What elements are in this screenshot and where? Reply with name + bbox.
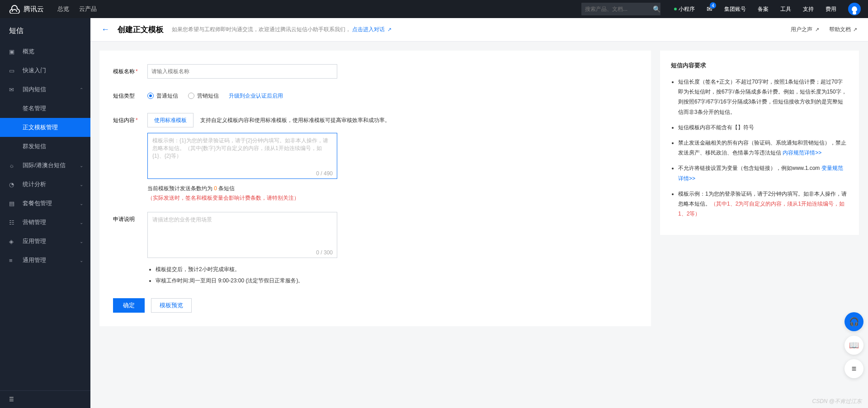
row-template-name: 模板名称* — [113, 64, 637, 79]
support-float-icon[interactable]: 🎧 — [844, 312, 863, 331]
row-apply-desc: 申请说明 0 / 300 模板提交后，预计2小时完成审核。 审核工作时间:周一至… — [113, 212, 637, 288]
chevron-down-icon: ⌄ — [80, 182, 83, 187]
menu-float-icon[interactable]: ≡ — [844, 359, 863, 378]
row-sms-content: 短信内容* 使用标准模板 支持自定义模板内容和使用标准模板，使用标准模板可提高审… — [113, 113, 637, 202]
upgrade-link[interactable]: 升级到企业认证后启用 — [229, 92, 283, 100]
chevron-up-icon: ⌃ — [80, 87, 83, 92]
apply-bullets: 模板提交后，预计2小时完成审核。 审核工作时间:周一至周日 9:00-23:00… — [147, 266, 401, 285]
label-sms-content: 短信内容* — [113, 113, 147, 202]
link-billing[interactable]: 费用 — [826, 5, 836, 13]
sidebar-item-bulk[interactable]: 群发短信 — [0, 137, 90, 156]
apply-textarea[interactable] — [147, 212, 337, 258]
main: ← 创建正文模板 如果您希望与工程师即时沟通交流，欢迎通过腾讯云短信小助手联系我… — [90, 18, 868, 408]
search-box[interactable]: 🔍 — [581, 3, 660, 15]
confirm-button[interactable]: 确定 — [113, 298, 145, 313]
help-docs-link[interactable]: 帮助文档 ↗ — [829, 26, 857, 33]
sidebar-item-label: 概览 — [23, 47, 34, 56]
header-right: 🔍 小程序 ✉ 4 集团账号 备案 工具 支持 费用 — [581, 3, 861, 15]
status-dot-icon — [674, 8, 677, 10]
messages-icon[interactable]: ✉ 4 — [707, 5, 712, 13]
content-notes: 当前模板预计发送条数约为 0 条短信 （实际发送时，签名和模板变量会影响计费条数… — [147, 185, 401, 202]
content-char-count: 0 / 490 — [316, 170, 333, 177]
label-template-name: 模板名称* — [113, 64, 147, 79]
sidebar-item-label: 统计分析 — [23, 180, 46, 188]
content-spec-link[interactable]: 内容规范详情>> — [783, 150, 821, 156]
search-input[interactable] — [585, 6, 653, 12]
sidebar-footer: ☰ — [0, 390, 90, 408]
rule-item: 短信模板内容不能含有【】符号 — [678, 122, 848, 132]
sidebar-item-quickstart[interactable]: ▭快速入门 — [0, 61, 90, 80]
nav-overview[interactable]: 总览 — [57, 5, 69, 13]
avatar[interactable] — [848, 3, 861, 15]
radio-normal-sms[interactable]: 普通短信 — [147, 92, 178, 100]
rule-item: 不允许将链接设置为变量（包含短链接），例如www.1.com 变量规范详情>> — [678, 163, 848, 183]
nav-products[interactable]: 云产品 — [79, 5, 97, 13]
radio-marketing-sms[interactable]: 营销短信 — [188, 92, 219, 100]
bullet-item: 审核工作时间:周一至周日 9:00-23:00 (法定节假日正常服务)。 — [156, 277, 401, 285]
sidebar-item-marketing[interactable]: ☷营销管理⌄ — [0, 213, 90, 232]
sidebar-menu: ▣概览 ▭快速入门 ✉国内短信⌃ 签名管理 正文模板管理 群发短信 ☼国际/港澳… — [0, 42, 90, 390]
account-link[interactable]: 集团账号 — [724, 5, 746, 13]
sidebar-item-apps[interactable]: ◈应用管理⌄ — [0, 232, 90, 251]
chevron-down-icon: ⌄ — [80, 163, 83, 168]
sidebar-item-label: 国际/港澳台短信 — [23, 161, 66, 169]
sidebar: 短信 ▣概览 ▭快速入门 ✉国内短信⌃ 签名管理 正文模板管理 群发短信 ☼国际… — [0, 18, 90, 408]
page-subtitle-text: 如果您希望与工程师即时沟通交流，欢迎通过腾讯云短信小助手联系我们， — [172, 26, 351, 33]
mini-label: 小程序 — [679, 5, 695, 13]
content: 模板名称* 短信类型 普通短信 营销短信 升级到企业认证后启用 短信内容* 使用… — [90, 42, 868, 335]
top-nav: 总览 云产品 — [57, 5, 97, 13]
sidebar-item-general[interactable]: ≡通用管理⌄ — [0, 251, 90, 270]
sidebar-item-package[interactable]: ▤套餐包管理⌄ — [0, 194, 90, 213]
link-tools[interactable]: 工具 — [780, 5, 791, 13]
external-icon: ↗ — [815, 27, 819, 32]
std-template-button[interactable]: 使用标准模板 — [147, 113, 193, 127]
voice-link-label: 用户之声 — [791, 26, 812, 33]
sidebar-item-template[interactable]: 正文模板管理 — [0, 118, 90, 137]
content-textarea-wrap: 0 / 490 — [147, 133, 337, 180]
sidebar-item-label: 应用管理 — [23, 237, 46, 245]
brand-logo[interactable]: 腾讯云 — [9, 5, 44, 14]
collapse-icon[interactable]: ☰ — [9, 396, 14, 403]
search-icon[interactable]: 🔍 — [653, 5, 660, 13]
back-arrow-icon[interactable]: ← — [101, 25, 109, 34]
link-support[interactable]: 支持 — [803, 5, 814, 13]
input-template-name[interactable] — [147, 64, 337, 79]
bullet-item: 模板提交后，预计2小时完成审核。 — [156, 266, 401, 273]
top-header: 腾讯云 总览 云产品 🔍 小程序 ✉ 4 集团账号 备案 工具 支持 费用 — [0, 0, 868, 18]
sidebar-item-label: 群发短信 — [23, 142, 46, 150]
sidebar-item-overview[interactable]: ▣概览 — [0, 42, 90, 61]
chevron-down-icon: ⌄ — [80, 239, 83, 244]
marketing-icon: ☷ — [9, 219, 17, 226]
chevron-down-icon: ⌄ — [80, 220, 83, 225]
form-actions: 确定 模板预览 — [113, 298, 637, 313]
external-icon: ↗ — [387, 27, 392, 32]
radio-label: 营销短信 — [197, 92, 219, 100]
package-icon: ▤ — [9, 200, 17, 207]
rules-list: 短信长度（签名+正文）不超过70字时，按照1条短信计费；超过70字即为长短信时，… — [671, 77, 848, 219]
mini-program[interactable]: 小程序 — [674, 5, 695, 13]
contact-link[interactable]: 点击进入对话 ↗ — [352, 26, 391, 33]
sidebar-item-label: 签名管理 — [23, 104, 46, 113]
brand-name: 腾讯云 — [24, 5, 44, 14]
rule-item: 短信长度（签名+正文）不超过70字时，按照1条短信计费；超过70字即为长短信时，… — [678, 77, 848, 117]
voice-link[interactable]: 用户之声 ↗ — [791, 26, 819, 33]
docs-float-icon[interactable]: 📖 — [844, 336, 863, 355]
rule-item: 模板示例：1为您的登录验证码，请于2分钟内填写。如非本人操作，请忽略本短信。（其… — [678, 189, 848, 219]
rule-item: 禁止发送金融相关的所有内容（验证码、系统通知和营销短信），禁止发送房产、移民政治… — [678, 138, 848, 158]
page-header-right: 用户之声 ↗ 帮助文档 ↗ — [791, 26, 857, 33]
sidebar-item-label: 套餐包管理 — [23, 199, 52, 207]
sidebar-item-stats[interactable]: ◔统计分析⌄ — [0, 175, 90, 194]
content-textarea[interactable] — [147, 133, 337, 179]
apply-textarea-wrap: 0 / 300 — [147, 212, 337, 259]
sidebar-item-intl-sms[interactable]: ☼国际/港澳台短信⌄ — [0, 156, 90, 175]
globe-icon: ☼ — [9, 162, 17, 169]
label-apply-desc: 申请说明 — [113, 212, 147, 288]
sidebar-item-domestic-sms[interactable]: ✉国内短信⌃ — [0, 80, 90, 99]
warn-line: （实际发送时，签名和模板变量会影响计费条数，请特别关注） — [147, 194, 401, 202]
radio-icon — [188, 93, 194, 99]
sidebar-item-signature[interactable]: 签名管理 — [0, 99, 90, 118]
page-subtitle: 如果您希望与工程师即时沟通交流，欢迎通过腾讯云短信小助手联系我们， 点击进入对话… — [172, 26, 392, 33]
link-beian[interactable]: 备案 — [758, 5, 769, 13]
row-sms-type: 短信类型 普通短信 营销短信 升级到企业认证后启用 — [113, 89, 637, 103]
preview-button[interactable]: 模板预览 — [151, 298, 192, 313]
